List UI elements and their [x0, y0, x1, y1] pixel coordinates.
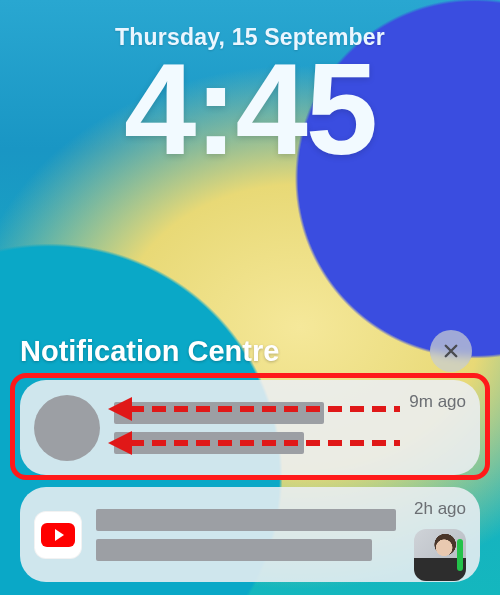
- lockscreen-time: 4:45: [0, 44, 500, 174]
- notification-centre-header: Notification Centre: [20, 330, 480, 372]
- redacted-title: [114, 402, 324, 424]
- redacted-message: [114, 432, 304, 454]
- close-icon: [442, 342, 460, 360]
- youtube-icon: [34, 511, 82, 559]
- notification-timestamp: 9m ago: [409, 392, 466, 412]
- close-button[interactable]: [430, 330, 472, 372]
- redacted-message: [96, 539, 372, 561]
- redacted-title: [96, 509, 396, 531]
- notification-thumbnail: [414, 529, 466, 581]
- notification-item[interactable]: 9m ago: [20, 380, 480, 475]
- notification-item[interactable]: 2h ago: [20, 487, 480, 582]
- notification-timestamp: 2h ago: [414, 499, 466, 519]
- app-icon: [34, 395, 100, 461]
- notification-centre-title: Notification Centre: [20, 335, 279, 368]
- notification-body: [114, 402, 409, 454]
- lock-screen: Thursday, 15 September 4:45 Notification…: [0, 0, 500, 595]
- notification-body: [96, 509, 414, 561]
